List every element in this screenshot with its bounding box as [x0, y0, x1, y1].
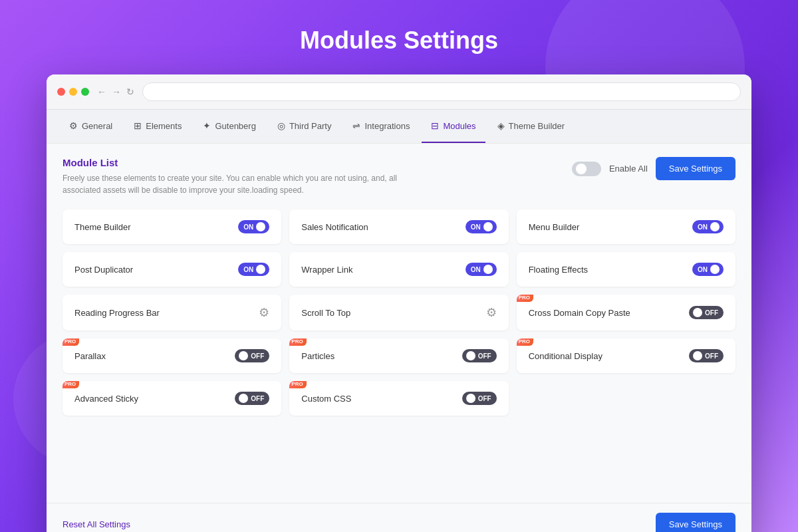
module-toggle-theme-builder[interactable]: ON	[238, 220, 269, 233]
enable-all-toggle[interactable]	[572, 162, 601, 176]
module-list-title: Module List	[63, 157, 435, 168]
off-label: OFF	[705, 309, 718, 317]
module-name-sales-notification: Sales Notification	[301, 222, 368, 232]
theme-builder-tab-icon: ◈	[497, 120, 505, 131]
off-label: OFF	[251, 395, 264, 402]
module-card-theme-builder: Theme Builder ON	[63, 209, 281, 244]
module-toggle-post-duplicator[interactable]: ON	[238, 263, 269, 276]
general-icon: ⚙	[69, 120, 78, 131]
module-name-particles: Particles	[301, 351, 334, 361]
tab-modules[interactable]: ⊟ Modules	[422, 110, 485, 143]
module-gear-scroll-to-top[interactable]: ⚙	[486, 305, 497, 320]
module-name-scroll-to-top: Scroll To Top	[301, 308, 350, 318]
module-card-menu-builder: Menu Builder ON	[517, 209, 735, 244]
tab-integrations[interactable]: ⇌ Integrations	[343, 110, 419, 143]
module-name-cross-domain-copy-paste: Cross Domain Copy Paste	[529, 308, 630, 318]
module-header-right: Enable All Save Settings	[572, 157, 735, 180]
toggle-knob	[483, 222, 493, 231]
on-label: ON	[698, 266, 708, 273]
module-card-cross-domain-copy-paste: PRO Cross Domain Copy Paste OFF	[517, 295, 735, 331]
toggle-knob	[239, 351, 248, 360]
off-label: OFF	[478, 352, 491, 360]
save-settings-button[interactable]: Save Settings	[656, 157, 735, 180]
module-toggle-cross-domain[interactable]: OFF	[689, 306, 724, 319]
toggle-knob	[710, 222, 720, 231]
module-card-particles: PRO Particles OFF	[289, 338, 508, 373]
module-card-post-duplicator: Post Duplicator ON	[63, 252, 281, 287]
module-toggle-advanced-sticky[interactable]: OFF	[235, 392, 269, 405]
settings-tabs: ⚙ General ⊞ Elements ✦ Gutenberg ◎ Third…	[47, 110, 751, 144]
browser-chrome: ← → ↻	[47, 74, 751, 110]
toggle-knob	[466, 351, 475, 360]
module-toggle-parallax[interactable]: OFF	[235, 349, 269, 362]
back-icon[interactable]: ←	[97, 86, 106, 97]
on-label: ON	[471, 223, 481, 231]
toggle-knob	[256, 222, 265, 231]
elements-icon: ⊞	[134, 120, 142, 131]
module-name-theme-builder: Theme Builder	[74, 222, 131, 232]
module-grid: Theme Builder ON Sales Notification ON	[63, 209, 735, 416]
module-card-reading-progress-bar: Reading Progress Bar ⚙	[63, 295, 281, 331]
maximize-button[interactable]	[81, 88, 89, 96]
footer-save-settings-button[interactable]: Save Settings	[656, 513, 735, 532]
module-name-wrapper-link: Wrapper Link	[301, 265, 352, 275]
toggle-knob	[576, 164, 587, 174]
refresh-icon[interactable]: ↻	[126, 86, 134, 97]
browser-window: ← → ↻ ⚙ General ⊞ Elements ✦ Gutenberg ◎…	[47, 74, 751, 532]
address-bar[interactable]	[142, 82, 741, 101]
module-name-floating-effects: Floating Effects	[529, 265, 588, 275]
toggle-knob	[693, 308, 702, 317]
module-gear-reading-progress-bar[interactable]: ⚙	[259, 305, 269, 320]
browser-nav: ← → ↻	[97, 86, 134, 97]
forward-icon[interactable]: →	[112, 86, 121, 97]
footer-bar: Reset All Settings Save Settings	[47, 503, 751, 532]
gutenberg-icon: ✦	[203, 120, 211, 131]
tab-theme-builder[interactable]: ◈ Theme Builder	[488, 110, 575, 143]
module-toggle-menu-builder[interactable]: ON	[692, 220, 724, 233]
enable-all-label: Enable All	[609, 164, 648, 174]
toggle-knob	[466, 394, 475, 403]
modules-icon: ⊟	[431, 120, 439, 131]
tab-elements[interactable]: ⊞ Elements	[124, 110, 191, 143]
module-card-conditional-display: PRO Conditional Display OFF	[517, 338, 735, 373]
on-label: ON	[698, 223, 708, 231]
reset-all-settings-link[interactable]: Reset All Settings	[63, 519, 130, 529]
module-name-advanced-sticky: Advanced Sticky	[74, 394, 138, 404]
on-label: ON	[243, 223, 253, 231]
gear-icon[interactable]: ⚙	[486, 305, 497, 320]
page-title: Modules Settings	[300, 27, 498, 55]
module-toggle-conditional-display[interactable]: OFF	[689, 349, 724, 362]
toggle-knob	[256, 265, 265, 274]
off-label: OFF	[705, 352, 718, 360]
module-card-custom-css: PRO Custom CSS OFF	[289, 381, 508, 416]
module-toggle-sales-notification[interactable]: ON	[466, 220, 497, 233]
tab-gutenberg[interactable]: ✦ Gutenberg	[194, 110, 265, 143]
module-toggle-particles[interactable]: OFF	[462, 349, 497, 362]
pro-badge: PRO	[289, 338, 306, 346]
module-header: Module List Freely use these elements to…	[63, 157, 735, 196]
module-toggle-wrapper-link[interactable]: ON	[466, 263, 497, 276]
module-toggle-custom-css[interactable]: OFF	[462, 392, 497, 405]
pro-badge: PRO	[63, 381, 79, 388]
toggle-knob	[710, 265, 720, 274]
module-card-wrapper-link: Wrapper Link ON	[289, 252, 508, 287]
module-toggle-floating-effects[interactable]: ON	[692, 263, 724, 276]
close-button[interactable]	[57, 88, 65, 96]
module-name-custom-css: Custom CSS	[301, 394, 351, 404]
tab-third-party[interactable]: ◎ Third Party	[268, 110, 341, 143]
integrations-icon: ⇌	[352, 120, 360, 131]
on-label: ON	[471, 266, 481, 273]
gear-icon[interactable]: ⚙	[259, 305, 269, 320]
module-card-scroll-to-top: Scroll To Top ⚙	[289, 295, 508, 331]
traffic-lights	[57, 88, 89, 96]
pro-badge: PRO	[63, 338, 79, 346]
module-name-parallax: Parallax	[74, 351, 106, 361]
module-list-description: Freely use these elements to create your…	[63, 172, 435, 196]
toggle-knob	[239, 394, 248, 403]
tab-general[interactable]: ⚙ General	[60, 110, 122, 143]
third-party-icon: ◎	[277, 120, 285, 131]
module-name-conditional-display: Conditional Display	[529, 351, 602, 361]
off-label: OFF	[251, 352, 264, 360]
minimize-button[interactable]	[69, 88, 77, 96]
module-card-parallax: PRO Parallax OFF	[63, 338, 281, 373]
